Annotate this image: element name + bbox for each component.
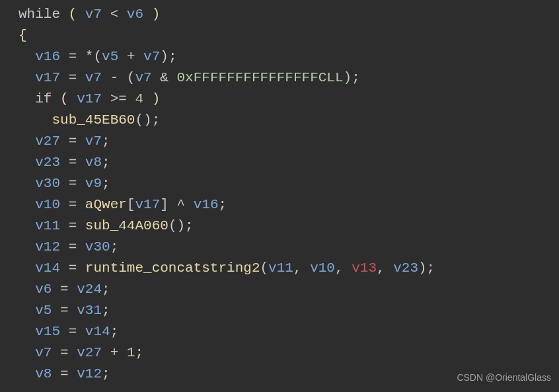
keyword-while: while — [19, 7, 60, 22]
code-block: v9 = 0LL; while ( v7 < v6 ) { v16 = *(v5… — [0, 0, 559, 385]
function-call: sub_45EB60 — [52, 112, 135, 128]
watermark-text: CSDN @OrientalGlass — [457, 367, 551, 388]
var-error: v13 — [352, 260, 377, 276]
keyword-if: if — [35, 91, 52, 106]
var: v9 — [19, 0, 35, 1]
